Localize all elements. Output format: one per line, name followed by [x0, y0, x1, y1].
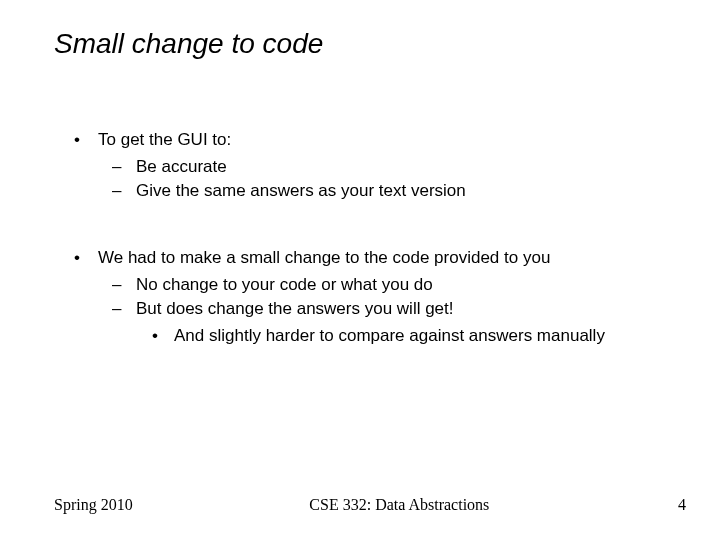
sub-list: Be accurate Give the same answers as you…	[98, 155, 680, 204]
list-item: But does change the answers you will get…	[106, 297, 680, 348]
sub-sub-list: And slightly harder to compare against a…	[136, 324, 680, 349]
bullet-text: Be accurate	[136, 157, 227, 176]
bullet-text: Give the same answers as your text versi…	[136, 181, 466, 200]
footer: Spring 2010 CSE 332: Data Abstractions 4	[54, 496, 686, 514]
bullet-list: We had to make a small change to the cod…	[70, 246, 680, 349]
list-item: We had to make a small change to the cod…	[70, 246, 680, 349]
footer-page-number: 4	[666, 496, 686, 514]
bullet-text: No change to your code or what you do	[136, 275, 433, 294]
list-item: Be accurate	[106, 155, 680, 180]
bullet-text: We had to make a small change to the cod…	[98, 248, 550, 267]
list-item: And slightly harder to compare against a…	[146, 324, 680, 349]
footer-term: Spring 2010	[54, 496, 133, 514]
bullet-list: To get the GUI to: Be accurate Give the …	[70, 128, 680, 204]
sub-list: No change to your code or what you do Bu…	[98, 273, 680, 349]
list-item: Give the same answers as your text versi…	[106, 179, 680, 204]
slide-body: To get the GUI to: Be accurate Give the …	[70, 128, 680, 352]
list-item: No change to your code or what you do	[106, 273, 680, 298]
bullet-text: And slightly harder to compare against a…	[174, 326, 605, 345]
list-item: To get the GUI to: Be accurate Give the …	[70, 128, 680, 204]
footer-course: CSE 332: Data Abstractions	[133, 496, 666, 514]
slide-title: Small change to code	[54, 28, 323, 60]
bullet-text: To get the GUI to:	[98, 130, 231, 149]
bullet-text: But does change the answers you will get…	[136, 299, 454, 318]
slide: Small change to code To get the GUI to: …	[0, 0, 720, 540]
spacer	[70, 208, 680, 246]
